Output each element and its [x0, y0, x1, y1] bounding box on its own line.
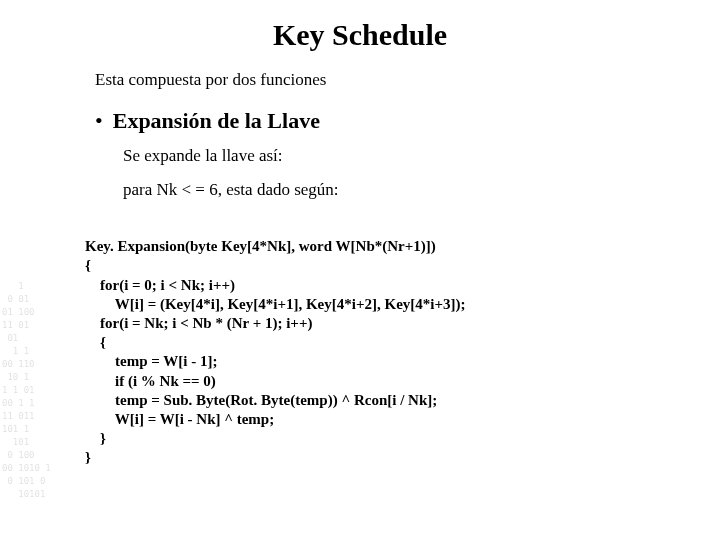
code-line: W[i] = (Key[4*i], Key[4*i+1], Key[4*i+2]…	[85, 296, 466, 312]
subtext-2: para Nk < = 6, esta dado según:	[123, 180, 680, 200]
code-line: W[i] = W[i - Nk] ^ temp;	[85, 411, 274, 427]
code-block: Key. Expansion(byte Key[4*Nk], word W[Nb…	[85, 218, 680, 487]
code-line: }	[85, 430, 106, 446]
bullet-marker: •	[95, 110, 103, 132]
code-line: temp = Sub. Byte(Rot. Byte(temp)) ^ Rcon…	[85, 392, 437, 408]
subtext-1: Se expande la llave así:	[123, 146, 680, 166]
bullet-label: Expansión de la Llave	[113, 108, 320, 134]
code-line: temp = W[i - 1];	[85, 353, 217, 369]
page-title: Key Schedule	[40, 18, 680, 52]
code-line: {	[85, 334, 106, 350]
code-line: for(i = 0; i < Nk; i++)	[85, 277, 235, 293]
intro-text: Esta compuesta por dos funciones	[95, 70, 680, 90]
bullet-item: • Expansión de la Llave	[95, 108, 680, 134]
code-line: }	[85, 449, 91, 465]
code-line: for(i = Nk; i < Nb * (Nr + 1); i++)	[85, 315, 312, 331]
code-line: {	[85, 257, 91, 273]
code-line: if (i % Nk == 0)	[85, 373, 216, 389]
code-line: Key. Expansion(byte Key[4*Nk], word W[Nb…	[85, 238, 436, 254]
slide-content: Key Schedule Esta compuesta por dos func…	[0, 0, 720, 507]
